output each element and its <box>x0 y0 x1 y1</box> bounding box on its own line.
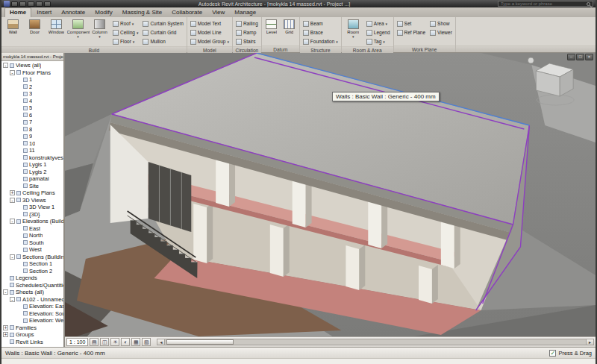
tree-item[interactable]: 1 <box>1 76 63 84</box>
mullion-button[interactable]: Mullion <box>141 37 184 46</box>
tree-item[interactable]: Lygis 1 <box>1 161 63 169</box>
tab-annotate[interactable]: Annotate <box>57 8 90 17</box>
scrollbar-thumb[interactable] <box>166 339 234 345</box>
dropdown-icon[interactable]: ▾ <box>352 35 354 38</box>
foundation-button[interactable]: Foundation▾ <box>301 37 340 46</box>
room-button[interactable]: Room▾ <box>343 18 363 46</box>
tree-item-elevations[interactable]: -Elevations (Building Elevatio <box>1 218 63 225</box>
level-button[interactable]: Level <box>263 18 280 45</box>
tree-item[interactable]: 10 <box>1 140 63 148</box>
dropdown-icon[interactable]: ▾ <box>383 40 385 43</box>
view-close-button[interactable]: × <box>585 54 593 60</box>
tree-item-sheets[interactable]: -Sheets (all) <box>1 289 63 296</box>
ref-plane-button[interactable]: Ref Plane <box>396 28 428 37</box>
door-button[interactable]: Door <box>25 18 45 46</box>
tree-item[interactable]: Elevation: East <box>1 303 63 310</box>
panel-label-work-plane[interactable]: Work Plane <box>394 46 455 52</box>
shadows-icon[interactable]: ◐ <box>121 338 130 346</box>
scroll-right-icon[interactable]: ► <box>586 339 594 345</box>
tree-item-sheet-a102[interactable]: -A102 - Unnamed <box>1 296 63 304</box>
tree-item-sections[interactable]: -Sections (Building Section) <box>1 254 63 261</box>
dropdown-icon[interactable]: ▾ <box>133 40 135 43</box>
railing-button[interactable]: Railing <box>234 19 260 28</box>
scale-button[interactable]: 1 : 100 <box>66 338 88 346</box>
tree-item[interactable]: 6 <box>1 112 63 119</box>
tree-item[interactable]: North <box>1 232 63 239</box>
expander-icon[interactable]: - <box>3 63 8 68</box>
tree-item[interactable]: 7 <box>1 119 63 126</box>
curtain-grid-button[interactable]: Curtain Grid <box>141 28 184 37</box>
tree-item-ceiling-plans[interactable]: +Ceiling Plans <box>1 189 63 197</box>
dropdown-icon[interactable]: ▾ <box>137 31 139 34</box>
view-restore-button[interactable]: □ <box>576 54 584 60</box>
model-text-button[interactable]: Model Text <box>189 19 231 28</box>
tab-massing-site[interactable]: Massing & Site <box>118 8 166 17</box>
3d-scene[interactable] <box>65 53 596 336</box>
tree-item[interactable]: pamatai <box>1 175 63 183</box>
tree-item[interactable]: 2 <box>1 84 63 91</box>
tree-item[interactable]: South <box>1 239 63 247</box>
grid-button[interactable]: Grid <box>281 18 298 45</box>
press-drag-checkbox[interactable]: ✓ <box>549 350 556 357</box>
drawing-area[interactable]: – □ × Walls : Basic Wall : Generic - 400… <box>65 53 596 347</box>
expander-icon[interactable]: + <box>3 325 8 330</box>
tree-item[interactable]: 3 <box>1 90 63 98</box>
tree-item[interactable]: konstruktyves <box>1 154 63 162</box>
viewer-button[interactable]: Viewer <box>428 28 454 37</box>
panel-label-datum[interactable]: Datum <box>262 46 299 52</box>
tree-item[interactable]: 11 <box>1 147 63 154</box>
expander-icon[interactable]: - <box>10 254 15 260</box>
brace-button[interactable]: Brace <box>301 28 340 37</box>
curtain-system-button[interactable]: Curtain System <box>141 19 184 28</box>
legend-button[interactable]: Legend <box>365 28 392 37</box>
project-browser-titlebar[interactable]: mokykla 14 massed.rvt - Project ... × <box>1 53 63 61</box>
view-minimize-button[interactable]: – <box>567 54 575 60</box>
dropdown-icon[interactable]: ▾ <box>336 40 338 43</box>
dropdown-icon[interactable]: ▾ <box>386 22 388 25</box>
tree-item[interactable]: Site <box>1 183 63 190</box>
ramp-button[interactable]: Ramp <box>234 28 260 37</box>
dropdown-icon[interactable]: ▾ <box>227 40 229 43</box>
crop-region-icon[interactable]: ▧ <box>142 338 151 346</box>
scroll-left-icon[interactable]: ◄ <box>157 339 165 345</box>
scrollbar-track[interactable] <box>165 339 586 345</box>
dropdown-icon[interactable]: ▾ <box>77 35 79 38</box>
help-search[interactable] <box>498 1 593 7</box>
tree-item[interactable]: West <box>1 246 63 254</box>
visual-style-icon[interactable]: ◫ <box>100 338 109 346</box>
panel-label-structure[interactable]: Structure <box>300 46 341 53</box>
tab-insert[interactable]: Insert <box>32 8 56 17</box>
set-button[interactable]: Set <box>396 19 428 28</box>
tree-item[interactable]: Elevation: West <box>1 317 63 324</box>
tab-manage[interactable]: Manage <box>230 8 260 17</box>
expander-icon[interactable]: - <box>3 289 8 295</box>
beam-button[interactable]: Beam <box>301 19 340 28</box>
roof-button[interactable]: Roof▾ <box>111 19 140 28</box>
search-input[interactable] <box>501 1 584 6</box>
tree-item[interactable]: 5 <box>1 104 63 112</box>
tree-item[interactable]: Section 1 <box>1 260 63 268</box>
expander-icon[interactable]: - <box>10 219 15 224</box>
open-button[interactable] <box>11 1 18 7</box>
tree-item-floor-plans[interactable]: -Floor Plans <box>1 69 63 77</box>
dropdown-icon[interactable]: ▾ <box>132 22 134 25</box>
app-icon[interactable] <box>4 1 10 7</box>
panel-label-room-area[interactable]: Room & Area <box>342 46 393 53</box>
show-button[interactable]: Show <box>428 19 454 28</box>
tree-item[interactable]: East <box>1 225 63 233</box>
tree-item[interactable]: 3D View 1 <box>1 204 63 211</box>
model-group-button[interactable]: Model Group▾ <box>189 37 231 46</box>
search-icon[interactable] <box>587 2 590 6</box>
tree-item[interactable]: Section 2 <box>1 268 63 275</box>
area-button[interactable]: Area▾ <box>365 19 392 28</box>
sun-path-icon[interactable]: ☀ <box>110 338 119 346</box>
tree-item[interactable]: 4 <box>1 98 63 105</box>
viewcube-home-icon[interactable] <box>528 57 534 63</box>
expander-icon[interactable]: - <box>10 198 15 203</box>
wall-button[interactable]: Wall <box>3 18 23 46</box>
model-line-button[interactable]: Model Line <box>189 28 231 37</box>
panel-label-circulation[interactable]: Circulation <box>233 46 261 53</box>
column-button[interactable]: Column▾ <box>90 18 110 46</box>
tag-button[interactable]: Tag▾ <box>365 37 392 46</box>
tree-item-families[interactable]: +Families <box>1 324 63 332</box>
